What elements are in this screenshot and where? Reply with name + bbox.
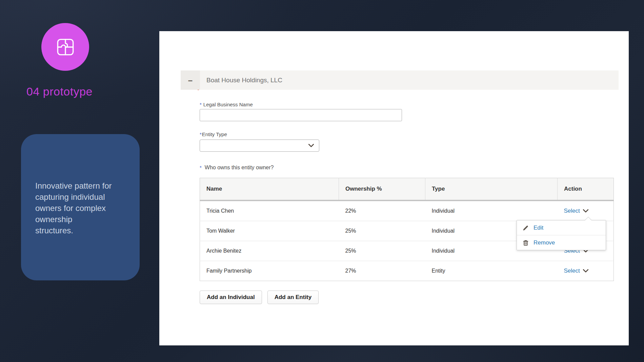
column-header-name: Name <box>200 178 339 201</box>
table-actions: Add an Individual Add an Entity <box>200 291 319 304</box>
column-header-action: Action <box>558 178 614 201</box>
chevron-down-icon <box>308 144 314 147</box>
required-asterisk: * <box>200 165 202 170</box>
card-text-line: Innovative pattern for <box>35 180 129 191</box>
table-row: Family Partnership 27% Entity Select <box>200 261 614 281</box>
legal-business-name-input[interactable] <box>200 109 402 121</box>
card-text-line: capturing individual <box>35 191 129 203</box>
entity-name: Boat House Holdings, LLC <box>206 77 282 84</box>
entity-type-select[interactable] <box>200 140 319 152</box>
add-entity-button[interactable]: Add an Entity <box>267 291 319 304</box>
chevron-down-icon <box>583 269 588 273</box>
ownership-question-label: *Who owns this entity owner? <box>200 165 274 171</box>
owner-ownership: 25% <box>339 221 425 241</box>
column-header-ownership: Ownership % <box>339 178 425 201</box>
owner-name: Tricia Chen <box>200 200 339 221</box>
description-card: Innovative pattern for capturing individ… <box>21 134 140 280</box>
card-text-line: ownership <box>35 214 129 225</box>
menu-item-remove[interactable]: Remove <box>517 235 606 250</box>
table-header-row: Name Ownership % Type Action <box>200 178 614 201</box>
form-panel: Entity - Owner / Guarantor – Boat House … <box>159 31 629 345</box>
row-action-select[interactable]: Select <box>564 268 588 274</box>
owner-ownership: 25% <box>339 241 425 261</box>
legal-business-name-label: *Legal Business Name <box>200 102 253 107</box>
owner-ownership: 27% <box>339 261 425 281</box>
owner-name: Tom Walker <box>200 221 339 241</box>
table-row: Tricia Chen 22% Individual Select <box>200 200 614 221</box>
owners-table-wrapper: Name Ownership % Type Action Tricia Chen… <box>200 178 613 281</box>
puzzle-icon <box>51 33 80 61</box>
card-text-line: structures. <box>35 225 129 236</box>
chevron-down-icon <box>583 209 588 213</box>
slide-background: 04 prototype Innovative pattern for capt… <box>0 0 644 362</box>
row-action-select[interactable]: Select <box>564 208 588 214</box>
owner-type: Entity <box>425 261 558 281</box>
menu-item-edit[interactable]: Edit <box>517 220 606 235</box>
required-asterisk: * <box>200 102 202 107</box>
collapse-section-button[interactable]: – <box>181 70 200 90</box>
step-title: 04 prototype <box>26 85 93 98</box>
owner-type: Individual <box>425 200 558 221</box>
trash-icon <box>523 240 529 246</box>
owner-name: Family Partnership <box>200 261 339 281</box>
card-text-line: owners for complex <box>35 203 129 214</box>
owner-name: Archie Benitez <box>200 241 339 261</box>
entity-type-label: *Entity Type <box>200 131 227 137</box>
entity-section-header: – Boat House Holdings, LLC <box>181 70 619 90</box>
add-individual-button[interactable]: Add an Individual <box>200 291 262 304</box>
pencil-icon <box>523 225 529 231</box>
prototype-icon-circle <box>41 23 89 71</box>
row-action-menu: Edit Remove <box>517 220 606 250</box>
required-asterisk: * <box>200 131 202 137</box>
column-header-type: Type <box>425 178 558 201</box>
owner-ownership: 22% <box>339 200 425 221</box>
